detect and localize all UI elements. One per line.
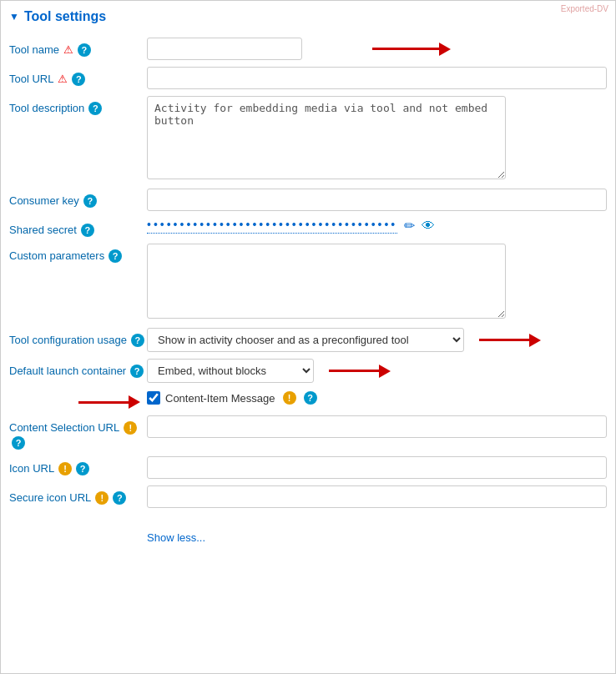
tool-name-input[interactable]: Echo360 Embed Media T <box>147 38 302 60</box>
default-launch-row: Default launch container ? Embed, withou… <box>9 359 607 383</box>
consumer-key-label: Consumer key ? <box>9 189 147 208</box>
secure-icon-control <box>147 485 607 508</box>
tool-name-control: Echo360 Embed Media T <box>147 38 607 60</box>
watermark-text: Exported-DV <box>561 4 608 13</box>
secure-icon-label: Secure icon URL ! ? <box>9 485 147 505</box>
shared-secret-row: Shared secret ? ••••••••••••••••••••••••… <box>9 218 607 237</box>
help-icon-csel[interactable]: ? <box>12 436 25 450</box>
content-selection-input[interactable] <box>147 415 607 438</box>
help-icon-tool-name[interactable]: ? <box>78 43 91 57</box>
custom-params-control <box>147 244 607 321</box>
tool-name-label: Tool name ⚠ ? <box>9 38 147 57</box>
exclaim-icon-secure: ! <box>95 491 109 505</box>
tool-description-control: Activity for embedding media via tool an… <box>147 96 607 182</box>
show-less-link[interactable]: Show less... <box>147 531 205 544</box>
section-title: Tool settings <box>24 9 106 24</box>
content-item-checkbox[interactable] <box>147 391 160 405</box>
content-selection-row: Content Selection URL ! ? <box>9 415 607 450</box>
help-icon-launch[interactable]: ? <box>130 365 144 378</box>
consumer-key-row: Consumer key ? <box>9 189 607 211</box>
arrow-launch <box>329 365 391 378</box>
consumer-key-control <box>147 189 607 211</box>
tool-name-row: Tool name ⚠ ? Echo360 Embed Media T <box>9 38 607 60</box>
content-item-label-left <box>9 390 147 409</box>
tool-url-control: https://echo360.org/lti/632 <box>147 67 607 89</box>
required-icon-url: ⚠ <box>58 73 68 85</box>
custom-params-row: Custom parameters ? <box>9 244 607 321</box>
tool-description-row: Tool description ? Activity for embeddin… <box>9 96 607 182</box>
required-icon: ⚠ <box>63 43 73 56</box>
show-less-container: Show less... <box>9 520 607 544</box>
content-item-checkbox-label: Content-Item Message <box>165 392 275 405</box>
exclaim-icon-icon: ! <box>58 462 72 475</box>
help-icon-desc[interactable]: ? <box>88 102 102 115</box>
tool-description-label: Tool description ? <box>9 96 147 115</box>
icon-url-row: Icon URL ! ? https://echo360.org/assets/… <box>9 456 607 479</box>
edit-icon[interactable]: ✏ <box>404 218 415 234</box>
toggle-icon[interactable]: ▼ <box>9 11 19 23</box>
help-icon-consumer[interactable]: ? <box>83 194 97 208</box>
content-selection-control <box>147 415 607 438</box>
content-item-row: Content-Item Message ! ? <box>9 390 607 409</box>
icon-url-input[interactable]: https://echo360.org/assets/images/echo36… <box>147 456 607 479</box>
help-icon-secure[interactable]: ? <box>113 491 126 505</box>
custom-params-label: Custom parameters ? <box>9 244 147 263</box>
help-icon-secret[interactable]: ? <box>81 224 94 237</box>
exclaim-icon-csel: ! <box>124 421 137 435</box>
help-icon-config[interactable]: ? <box>131 334 144 347</box>
arrow-content-item <box>78 395 140 409</box>
dots-display: •••••••••••••••••••••••••••••••••••••• <box>147 218 397 234</box>
content-selection-label: Content Selection URL ! ? <box>9 415 147 450</box>
tool-config-row: Tool configuration usage ? Show in activ… <box>9 328 607 352</box>
shared-secret-label: Shared secret ? <box>9 218 147 237</box>
tool-url-input[interactable]: https://echo360.org/lti/632 <box>147 67 607 89</box>
section-header: ▼ Tool settings <box>9 9 607 24</box>
secure-icon-row: Secure icon URL ! ? <box>9 485 607 508</box>
help-icon-icon[interactable]: ? <box>76 462 89 475</box>
tool-description-textarea[interactable]: Activity for embedding media via tool an… <box>147 96 506 179</box>
tool-url-row: Tool URL ⚠ ? https://echo360.org/lti/632 <box>9 67 607 89</box>
secure-icon-input[interactable] <box>147 485 607 508</box>
eye-icon[interactable]: 👁 <box>422 219 435 234</box>
arrow-config <box>479 334 541 347</box>
help-icon-url[interactable]: ? <box>72 73 85 86</box>
exclaim-icon-content: ! <box>283 391 296 405</box>
tool-url-label: Tool URL ⚠ ? <box>9 67 147 86</box>
default-launch-select[interactable]: Embed, without blocks Embed New window E… <box>147 359 314 383</box>
content-item-control: Content-Item Message ! ? <box>147 390 607 405</box>
default-launch-control: Embed, without blocks Embed New window E… <box>147 359 607 383</box>
help-icon-custom[interactable]: ? <box>109 249 122 263</box>
custom-params-textarea[interactable] <box>147 244 506 319</box>
tool-config-label: Tool configuration usage ? <box>9 328 147 347</box>
tool-config-select[interactable]: Show in activity chooser and as a precon… <box>147 328 464 352</box>
icon-url-control: https://echo360.org/assets/images/echo36… <box>147 456 607 479</box>
default-launch-label: Default launch container ? <box>9 359 147 378</box>
consumer-key-input[interactable] <box>147 189 607 211</box>
icon-url-label: Icon URL ! ? <box>9 456 147 475</box>
help-icon-content[interactable]: ? <box>304 391 317 405</box>
shared-secret-control: •••••••••••••••••••••••••••••••••••••• ✏… <box>147 218 607 234</box>
tool-config-control: Show in activity chooser and as a precon… <box>147 328 607 352</box>
